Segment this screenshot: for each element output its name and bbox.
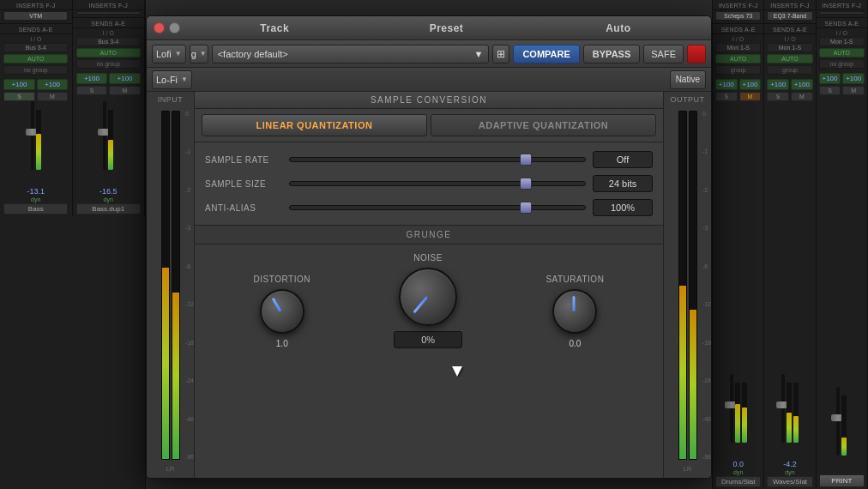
insert-btn-2[interactable] (76, 11, 141, 15)
mute-btn-1[interactable]: M (37, 92, 69, 101)
r-mute-btn-1[interactable]: M (739, 92, 762, 101)
sample-size-slider[interactable] (289, 181, 586, 186)
r-ch-name-1[interactable]: Drums/Slat (715, 476, 761, 487)
right-channel-strip-1: INSERTS F-J Scheps 73 SENDS A-E I / O Mo… (713, 0, 764, 489)
vu-meter-right: OUTPUT 0 -1 -2 -3 -6 -12 (663, 92, 711, 478)
mode-arrow: ▼ (175, 50, 182, 57)
r-io-bus-3[interactable]: Mon 1-S (819, 37, 865, 46)
r-io-bus-1[interactable]: Mon 1-S (715, 43, 761, 52)
linear-quantization-tab[interactable]: LINEAR QUANTIZATION (202, 114, 427, 136)
anti-alias-slider[interactable] (289, 205, 586, 210)
saturation-knob[interactable] (552, 289, 597, 334)
r-fader-track-2[interactable] (781, 374, 785, 443)
sample-size-row: SAMPLE SIZE 24 bits (205, 175, 653, 192)
vu-tick-6: -6 (185, 263, 194, 269)
solo-btn-1[interactable]: S (3, 92, 35, 101)
vu-out-tick-18: -18 (702, 340, 711, 346)
sample-rate-label: SAMPLE RATE (205, 155, 282, 165)
compare-btn[interactable]: COMPARE (513, 45, 579, 63)
r-insert-btn-1[interactable]: Scheps 73 (715, 11, 761, 21)
fader-track-1[interactable] (31, 101, 34, 170)
vu-tick-2: -2 (185, 187, 194, 193)
vu-meter-right-container: 0 -1 -2 -3 -6 -12 -18 -24 -48 -96 (664, 107, 711, 463)
mode-select[interactable]: Lofi ▼ (152, 45, 186, 63)
sample-rate-thumb[interactable] (520, 154, 532, 166)
r-fader-track-3[interactable] (836, 387, 840, 456)
code-value: g (191, 49, 196, 59)
bypass-btn[interactable]: BYPASS (583, 45, 640, 63)
r-group-btn-1[interactable]: group (715, 65, 761, 75)
code-select[interactable]: g ▼ (190, 45, 208, 63)
insert-btn-1[interactable]: VTM (3, 11, 68, 21)
group-btn-2[interactable]: no group (76, 59, 141, 69)
r-ch-name-2[interactable]: Waves/Slat (767, 476, 812, 487)
power-btn[interactable] (687, 45, 706, 63)
r-mute-btn-2[interactable]: M (791, 92, 813, 101)
auto-btn-2[interactable]: AUTO (76, 48, 141, 57)
sample-size-thumb[interactable] (520, 178, 532, 190)
r-solo-btn-3[interactable]: S (819, 86, 841, 95)
preset-value: <factory default> (218, 49, 288, 59)
vu-tick-96: -96 (185, 454, 194, 460)
distortion-knob[interactable] (260, 289, 304, 334)
io-bus-1[interactable]: Bus 3-4 (3, 43, 68, 52)
r-auto-btn-3[interactable]: AUTO (819, 48, 865, 57)
anti-alias-label: ANTI-ALIAS (205, 203, 282, 213)
r-auto-btn-2[interactable]: AUTO (767, 54, 812, 63)
vu-out-tick-0: 0 (702, 111, 711, 117)
mode-value: Lofi (156, 49, 172, 59)
copy-preset-btn[interactable]: ⊞ (492, 45, 509, 63)
r-dyn-label-2: dyn (785, 469, 794, 475)
noise-knob[interactable] (399, 268, 457, 326)
vu-fill-r (172, 293, 179, 459)
safe-btn[interactable]: SAFE (643, 45, 684, 63)
sample-rate-slider[interactable] (289, 157, 586, 162)
quantization-tabs: LINEAR QUANTIZATION ADAPTIVE QUANTIZATIO… (195, 109, 663, 142)
sample-size-label: SAMPLE SIZE (205, 179, 282, 189)
vu-bar-r (172, 111, 180, 460)
saturation-group: SATURATION 0.0 (546, 275, 604, 348)
plugin-main-area: SAMPLE CONVERSION LINEAR QUANTIZATION AD… (195, 92, 663, 478)
auto-btn-1[interactable]: AUTO (3, 54, 68, 63)
print-btn[interactable]: PRINT (819, 474, 865, 487)
io-bus-2[interactable]: Bus 3-4 (76, 37, 141, 46)
r-send-val-6: +100 (842, 73, 865, 84)
fader-track-2[interactable] (103, 101, 106, 170)
r-insert-btn-2[interactable]: EQ3 7-Band (767, 11, 812, 21)
mute-btn-2[interactable]: M (109, 86, 141, 95)
r-meter-fill-2b (793, 416, 799, 444)
right-channel-strip-3: INSERTS F-J SENDS A-E I / O Mon 1-S AUTO… (817, 0, 868, 489)
r-meter-fill-1 (735, 404, 740, 444)
r-insert-btn-3[interactable] (819, 11, 865, 15)
ch-name-2[interactable]: Bass.dup1 (76, 203, 141, 214)
r-solo-btn-2[interactable]: S (767, 92, 789, 101)
group-btn-1[interactable]: no group (3, 65, 68, 75)
controls-area: SAMPLE RATE Off SAMPLE SIZE 24 bits (195, 142, 663, 225)
r-inserts-label-2: INSERTS F-J (764, 0, 815, 10)
lofi-select[interactable]: Lo-Fi ▼ (152, 70, 192, 89)
anti-alias-thumb[interactable] (520, 202, 532, 214)
r-io-bus-2[interactable]: Mon 1-S (767, 43, 812, 52)
preset-select[interactable]: <factory default> ▼ (212, 45, 490, 63)
r-solo-btn-1[interactable]: S (715, 92, 738, 101)
minimize-button[interactable] (169, 22, 180, 33)
daw-left-panel: INSERTS F-J VTM SENDS A-E I / O Bus 3-4 … (0, 0, 146, 489)
output-label: OUTPUT (671, 95, 705, 104)
r-auto-btn-1[interactable]: AUTO (715, 54, 761, 63)
dyn-label-2: dyn (104, 196, 113, 202)
r-meter-3 (841, 395, 847, 456)
r-sends-label-3: SENDS A-E (817, 17, 867, 28)
native-btn[interactable]: Native (670, 70, 706, 89)
send-val-4: +100 (109, 73, 141, 84)
r-mute-btn-3[interactable]: M (842, 86, 865, 95)
solo-btn-2[interactable]: S (76, 86, 108, 95)
r-group-btn-2[interactable]: group (767, 65, 812, 75)
vu-tick-1: -1 (185, 148, 194, 154)
close-button[interactable] (154, 22, 165, 33)
sample-rate-value: Off (593, 151, 653, 168)
adaptive-quantization-tab[interactable]: ADAPTIVE QUANTIZATION (431, 114, 656, 136)
r-group-btn-3[interactable]: no group (819, 59, 865, 69)
r-fader-track-1[interactable] (730, 374, 733, 443)
io-label-2: I / O (103, 30, 114, 36)
ch-name-1[interactable]: Bass (3, 203, 68, 214)
